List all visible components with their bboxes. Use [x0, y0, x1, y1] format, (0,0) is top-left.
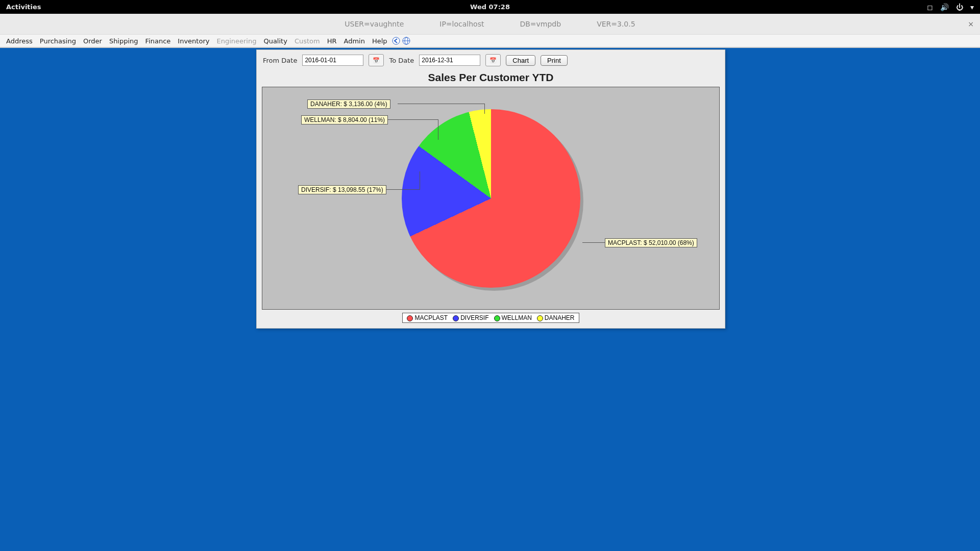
globe-icon[interactable] [402, 36, 411, 45]
chart-legend: MACPLASTDIVERSIFWELLMANDANAHER [257, 313, 725, 323]
legend-swatch [537, 315, 543, 321]
pie-wrap [402, 109, 580, 288]
app-titlebar: USER=vaughnte IP=localhost DB=vmpdb VER=… [0, 14, 980, 34]
menu-address[interactable]: Address [3, 36, 36, 46]
menu-finance[interactable]: Finance [142, 36, 174, 46]
chart-plot-area: MACPLAST: $ 52,010.00 (68%) DIVERSIF: $ … [262, 87, 720, 310]
menu-order[interactable]: Order [80, 36, 105, 46]
power-icon[interactable]: ⏻ [956, 3, 963, 11]
svg-point-0 [393, 37, 400, 44]
pie-chart [402, 109, 580, 288]
chart-button[interactable]: Chart [506, 55, 535, 66]
from-date-label: From Date [263, 57, 297, 64]
close-icon[interactable]: × [968, 20, 974, 28]
legend-swatch [494, 315, 500, 321]
volume-icon[interactable]: 🔊 [940, 3, 949, 11]
legend-label: MACPLAST [414, 314, 448, 321]
menu-quality[interactable]: Quality [260, 36, 290, 46]
chart-controls: From Date 📅 To Date 📅 Chart Print [257, 50, 725, 69]
pie-callout-wellman: WELLMAN: $ 8,804.00 (11%) [301, 115, 388, 124]
legend-swatch [407, 315, 413, 321]
activities-button[interactable]: Activities [6, 3, 41, 11]
title-user: USER=vaughnte [345, 20, 404, 28]
legend-item-macplast: MACPLAST [407, 314, 448, 321]
menu-help[interactable]: Help [369, 36, 390, 46]
pie-callout-macplast: MACPLAST: $ 52,010.00 (68%) [605, 238, 697, 247]
leader-line [420, 171, 420, 190]
legend-label: WELLMAN [502, 314, 532, 321]
screen-icon[interactable]: ◻ [927, 3, 933, 11]
gnome-top-bar: Activities Wed 07:28 ◻ 🔊 ⏻ ▾ [0, 0, 980, 14]
to-date-picker-button[interactable]: 📅 [485, 54, 501, 66]
menu-custom: Custom [291, 36, 323, 46]
back-icon[interactable] [391, 36, 401, 45]
menu-hr[interactable]: HR [324, 36, 340, 46]
menu-purchasing[interactable]: Purchasing [37, 36, 79, 46]
leader-line [582, 242, 605, 243]
pie-callout-danaher: DANAHER: $ 3,136.00 (4%) [307, 99, 390, 109]
calendar-icon: 📅 [373, 57, 380, 64]
to-date-label: To Date [389, 57, 414, 64]
leader-line [398, 104, 484, 104]
legend-label: DANAHER [545, 314, 575, 321]
from-date-picker-button[interactable]: 📅 [369, 54, 384, 66]
menu-admin[interactable]: Admin [341, 36, 368, 46]
title-ver: VER=3.0.5 [597, 20, 635, 28]
title-ip: IP=localhost [439, 20, 484, 28]
leader-line [438, 119, 438, 140]
system-tray: ◻ 🔊 ⏻ ▾ [927, 3, 974, 11]
app-window: USER=vaughnte IP=localhost DB=vmpdb VER=… [0, 14, 980, 48]
menu-shipping[interactable]: Shipping [106, 36, 141, 46]
print-button[interactable]: Print [541, 55, 568, 66]
chart-panel: From Date 📅 To Date 📅 Chart Print Sales … [256, 49, 725, 329]
legend-label: DIVERSIF [460, 314, 488, 321]
legend-box: MACPLASTDIVERSIFWELLMANDANAHER [402, 313, 579, 323]
from-date-input[interactable] [302, 55, 363, 66]
pie-callout-diversif: DIVERSIF: $ 13,098.55 (17%) [298, 185, 386, 194]
calendar-icon: 📅 [489, 57, 497, 64]
title-db: DB=vmpdb [520, 20, 561, 28]
chart-title: Sales Per Customer YTD [257, 69, 725, 87]
chevron-down-icon[interactable]: ▾ [970, 3, 974, 11]
leader-line [484, 104, 485, 114]
clock: Wed 07:28 [470, 3, 510, 11]
to-date-input[interactable] [419, 55, 480, 66]
legend-item-wellman: WELLMAN [494, 314, 532, 321]
legend-item-diversif: DIVERSIF [453, 314, 488, 321]
legend-swatch [453, 315, 459, 321]
menu-inventory[interactable]: Inventory [175, 36, 212, 46]
desktop-area: From Date 📅 To Date 📅 Chart Print Sales … [0, 48, 980, 551]
menu-bar: AddressPurchasingOrderShippingFinanceInv… [0, 34, 980, 47]
legend-item-danaher: DANAHER [537, 314, 575, 321]
menu-engineering: Engineering [213, 36, 259, 46]
